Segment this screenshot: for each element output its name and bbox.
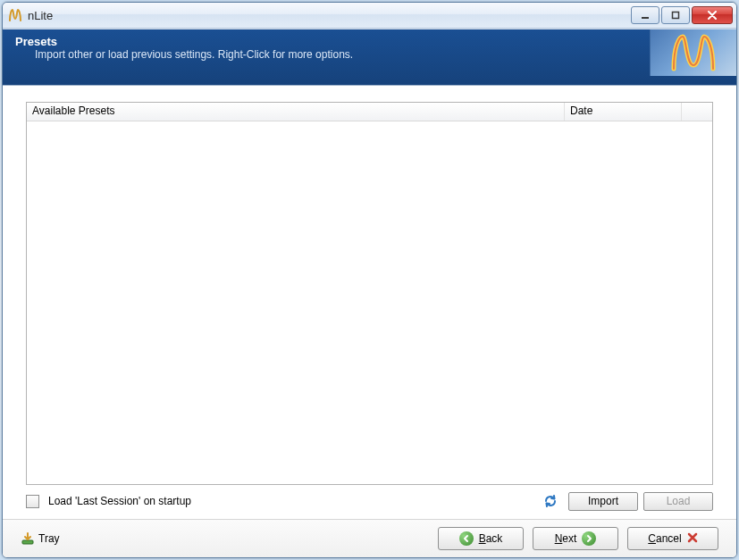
presets-listview[interactable]: Available Presets Date	[26, 102, 713, 485]
column-spacer[interactable]	[682, 103, 712, 121]
back-button[interactable]: Back	[438, 527, 524, 550]
banner-subheading: Import other or load previous settings. …	[15, 48, 353, 61]
title-bar[interactable]: nLite	[3, 3, 736, 29]
next-label: Next	[555, 532, 577, 545]
tray-label: Tray	[38, 532, 60, 545]
next-arrow-icon	[582, 531, 596, 546]
page-banner: Presets Import other or load previous se…	[3, 29, 736, 86]
cancel-label: Cancel	[648, 532, 681, 545]
next-button[interactable]: Next	[533, 527, 618, 550]
banner-heading: Presets	[15, 35, 353, 48]
maximize-button[interactable]	[661, 6, 690, 24]
back-arrow-icon	[459, 531, 474, 546]
window-title: nLite	[28, 9, 631, 22]
window-buttons	[631, 6, 733, 24]
listview-header[interactable]: Available Presets Date	[27, 103, 712, 121]
app-icon	[8, 8, 22, 22]
content-area: Available Presets Date Load 'Last Sessio…	[3, 86, 736, 519]
svg-rect-0	[642, 17, 649, 19]
minimize-button[interactable]	[631, 6, 659, 24]
back-label: Back	[479, 532, 503, 545]
app-window: nLite Presets Import other or load previ…	[2, 2, 737, 558]
load-last-session-label[interactable]: Load 'Last Session' on startup	[48, 495, 191, 507]
cancel-button[interactable]: Cancel	[627, 527, 718, 550]
client-area: Presets Import other or load previous se…	[3, 29, 736, 557]
load-button[interactable]: Load	[643, 492, 713, 511]
svg-rect-2	[22, 540, 33, 544]
listview-body[interactable]	[27, 121, 712, 484]
refresh-icon[interactable]	[543, 494, 558, 508]
load-last-session-checkbox[interactable]	[26, 495, 39, 508]
tray-button[interactable]: Tray	[21, 531, 60, 546]
tray-icon	[21, 531, 35, 546]
banner-logo	[650, 29, 736, 76]
column-date[interactable]: Date	[565, 103, 682, 121]
svg-rect-1	[673, 13, 679, 19]
cancel-x-icon	[687, 532, 698, 546]
column-available-presets[interactable]: Available Presets	[27, 103, 565, 121]
close-button[interactable]	[692, 6, 733, 24]
below-list-row: Load 'Last Session' on startup Import Lo…	[26, 490, 713, 512]
footer-bar: Tray Back Next Cancel	[3, 519, 736, 557]
import-button[interactable]: Import	[568, 492, 638, 511]
